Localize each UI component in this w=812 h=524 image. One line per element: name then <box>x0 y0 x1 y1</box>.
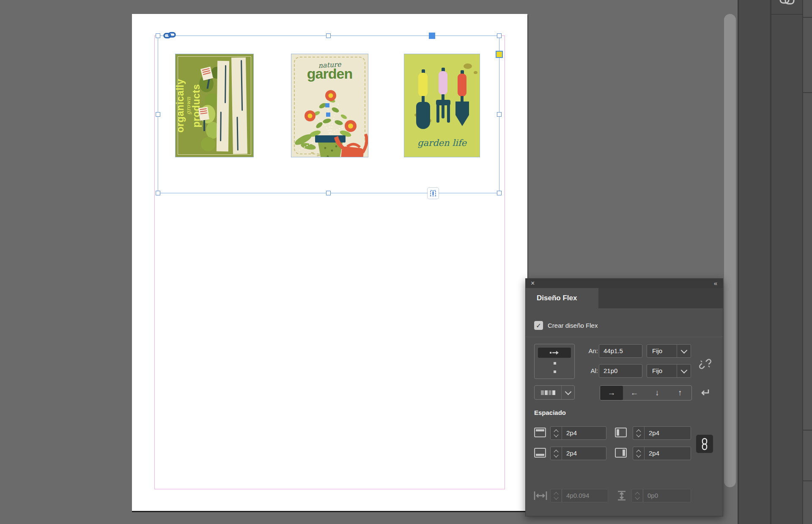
wrap-dropdown-chevron[interactable] <box>561 386 574 399</box>
padding-left-stepper[interactable] <box>633 427 645 439</box>
dock-edge-strip <box>803 0 812 524</box>
width-input[interactable]: 44p1.5 <box>599 344 642 358</box>
padding-top-stepper[interactable] <box>551 427 562 439</box>
flex-direction-segmented-control: → ← ↓ ↑ <box>600 385 692 401</box>
flex-layout-panel: × « Diseño Flex ✓ Crear diseño Flex An: <box>525 278 723 516</box>
arrow-left-icon: ← <box>631 388 639 398</box>
vertical-scrollbar-thumb[interactable] <box>724 14 736 487</box>
application-window: organically grown products nature garden <box>0 0 812 524</box>
flex-gap-adorner[interactable] <box>429 33 435 39</box>
padding-left-icon <box>615 428 627 437</box>
padding-top-icon <box>534 428 546 437</box>
padding-bottom-stepper[interactable] <box>551 447 562 460</box>
padding-top-group: 2p4 <box>550 426 606 440</box>
dropdown-chevron[interactable] <box>677 365 691 377</box>
padding-left-input[interactable]: 2p4 <box>645 427 691 439</box>
tab-diseno-flex[interactable]: Diseño Flex <box>526 288 598 308</box>
dock-section-divider <box>803 92 812 93</box>
width-label: An: <box>576 344 598 358</box>
padding-bottom-input[interactable]: 2p4 <box>562 447 606 460</box>
height-mode-dropdown[interactable]: Fijo <box>647 364 691 378</box>
link-chain-icon[interactable] <box>163 31 176 39</box>
flow-item-dot <box>554 370 556 373</box>
direction-right-button[interactable]: → <box>600 386 623 400</box>
height-label: Al: <box>576 364 598 378</box>
height-mode-value: Fijo <box>647 365 677 377</box>
panel-tab-bar: Diseño Flex <box>526 288 723 308</box>
vertical-gap-icon <box>616 490 628 501</box>
padding-right-stepper[interactable] <box>633 447 645 460</box>
selection-handle-bottom-center[interactable] <box>326 191 331 195</box>
padding-bottom-icon <box>534 448 546 458</box>
dock-section-divider <box>803 430 812 431</box>
padding-bottom-group: 2p4 <box>550 447 606 460</box>
spacing-heading: Espaciado <box>534 409 566 416</box>
chevron-down-icon <box>565 388 571 395</box>
vertical-gap-stepper <box>632 489 643 502</box>
direction-up-button[interactable]: ↑ <box>669 386 691 400</box>
flex-align-adorner-2[interactable] <box>326 112 330 117</box>
selection-handle-middle-left[interactable] <box>156 112 160 117</box>
padding-left-group: 2p4 <box>633 426 691 440</box>
vertical-gap-value: 0p0 <box>643 489 691 502</box>
panel-header: × « <box>526 279 723 288</box>
dropdown-chevron[interactable] <box>677 345 691 357</box>
flex-layout-icon <box>429 189 437 198</box>
selection-handle-top-center[interactable] <box>326 33 331 38</box>
height-input[interactable]: 21p0 <box>599 364 642 378</box>
corner-options-adorner[interactable] <box>496 51 503 58</box>
flex-align-adorner-1[interactable] <box>325 103 329 107</box>
selection-handle-middle-right[interactable] <box>497 112 502 117</box>
arrow-down-icon: ↓ <box>655 388 659 398</box>
padding-right-input[interactable]: 2p4 <box>645 447 691 460</box>
links-panel-icon[interactable] <box>779 0 795 5</box>
padding-right-group: 2p4 <box>633 447 691 460</box>
width-mode-value: Fijo <box>647 345 677 357</box>
collapse-panel-icon[interactable]: « <box>714 279 718 288</box>
flex-layout-badge[interactable] <box>428 188 439 199</box>
checkmark-icon: ✓ <box>536 322 541 329</box>
unlink-constrain-icon[interactable] <box>699 357 712 371</box>
horizontal-gap-group: 4p0.094 <box>550 489 608 502</box>
arrow-right-bar-icon <box>549 350 560 356</box>
flow-direction-button[interactable] <box>538 348 571 358</box>
selection-handle-bottom-left[interactable] <box>156 191 160 195</box>
padding-top-input[interactable]: 2p4 <box>562 427 606 439</box>
arrow-up-icon: ↑ <box>678 388 682 398</box>
dock-column-1 <box>739 0 770 524</box>
flow-item-dot <box>554 362 556 365</box>
wrap-mode-control[interactable] <box>534 385 575 400</box>
close-icon[interactable]: × <box>531 279 535 288</box>
selection-handle-bottom-right[interactable] <box>497 191 502 195</box>
link-spacing-button[interactable] <box>696 435 713 453</box>
create-flex-layout-checkbox[interactable]: ✓ <box>534 321 543 330</box>
width-mode-dropdown[interactable]: Fijo <box>647 344 691 358</box>
horizontal-gap-value: 4p0.094 <box>562 489 608 502</box>
panel-divider <box>526 337 723 337</box>
padding-right-icon <box>615 448 627 458</box>
vertical-gap-group: 0p0 <box>631 489 691 502</box>
dock-section-divider <box>803 480 812 481</box>
selection-handle-top-left[interactable] <box>156 33 160 38</box>
flex-flow-preview[interactable] <box>534 344 575 379</box>
chevron-down-icon <box>680 367 687 373</box>
wrap-blocks-icon <box>535 386 561 399</box>
checkbox-label: Crear diseño Flex <box>548 322 598 329</box>
dock-section-divider <box>803 17 812 18</box>
dock-column-2 <box>771 0 802 524</box>
selection-handle-top-right[interactable] <box>497 33 502 38</box>
direction-left-button[interactable]: ← <box>623 386 646 400</box>
arrow-right-icon: → <box>608 388 616 398</box>
chain-link-icon <box>701 438 708 450</box>
horizontal-gap-stepper <box>551 489 562 502</box>
reverse-wrap-icon[interactable] <box>699 387 710 398</box>
dock-section-divider <box>771 14 802 15</box>
chevron-down-icon <box>680 347 687 354</box>
horizontal-gap-icon <box>533 490 548 501</box>
direction-down-button[interactable]: ↓ <box>646 386 669 400</box>
